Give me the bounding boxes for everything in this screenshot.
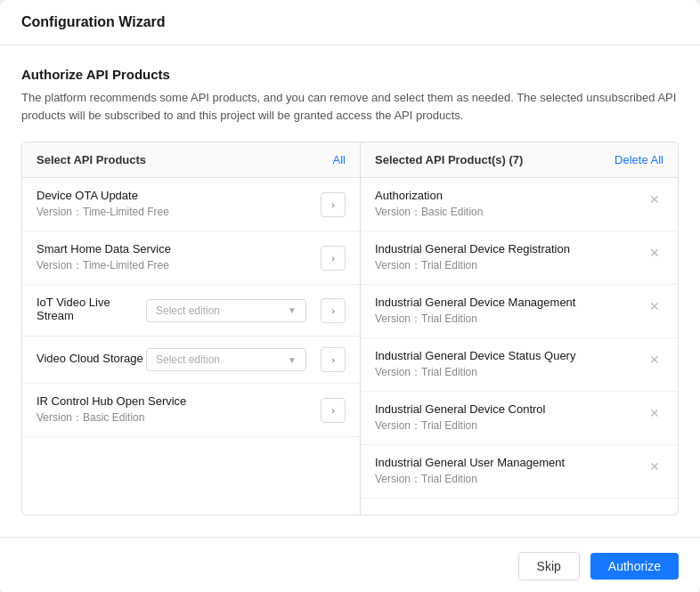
all-link[interactable]: All — [333, 153, 346, 166]
skip-button[interactable]: Skip — [518, 552, 580, 580]
add-item-button[interactable]: › — [321, 192, 346, 217]
list-item[interactable]: Device OTA Update Version：Time-Limited F… — [22, 178, 360, 231]
configuration-wizard-modal: Configuration Wizard Authorize API Produ… — [0, 0, 700, 592]
table-row: Industrial General Device Control Versio… — [361, 392, 678, 445]
section-title: Authorize API Products — [21, 67, 679, 82]
add-item-button[interactable]: › — [321, 298, 346, 323]
remove-item-button[interactable]: ✕ — [646, 351, 663, 369]
selected-item-name: Industrial General Device Registration — [375, 242, 646, 255]
selected-item-version: Version：Trial Edition — [375, 418, 646, 434]
delete-all-link[interactable]: Delete All — [615, 153, 663, 166]
selected-item-name: Industrial General User Management — [375, 456, 646, 469]
left-panel-title: Select API Products — [37, 153, 146, 166]
chevron-down-icon: ▼ — [288, 305, 297, 315]
list-item[interactable]: IR Control Hub Open Service Version：Basi… — [22, 384, 360, 437]
selected-item-name: Industrial General Device Management — [375, 296, 646, 309]
authorize-button[interactable]: Authorize — [590, 553, 679, 580]
modal-title: Configuration Wizard — [21, 14, 679, 30]
select-placeholder: Select edition — [156, 304, 220, 317]
selected-item-name: Industrial General Device Status Query — [375, 349, 646, 362]
table-row: Authorization Version：Basic Edition ✕ — [361, 178, 678, 231]
table-row: Industrial General Device Management Ver… — [361, 285, 678, 338]
add-item-button[interactable]: › — [321, 246, 346, 271]
list-item[interactable]: Smart Home Data Service Version：Time-Lim… — [22, 231, 360, 285]
remove-item-button[interactable]: ✕ — [646, 404, 663, 422]
table-row: Industrial General User Management Versi… — [361, 445, 678, 499]
remove-item-button[interactable]: ✕ — [646, 191, 663, 208]
select-placeholder: Select edition — [156, 353, 220, 366]
right-panel: Selected API Product(s) (7) Delete All A… — [361, 142, 678, 515]
left-panel-content: Device OTA Update Version：Time-Limited F… — [22, 178, 360, 515]
api-item-name: IoT Video Live Stream — [37, 296, 146, 322]
selected-item-name: Industrial General Device Control — [375, 402, 646, 416]
select-edition-dropdown[interactable]: Select edition ▼ — [146, 299, 306, 322]
api-item-name: Video Cloud Storage — [37, 352, 146, 365]
selected-item-version: Version：Basic Edition — [375, 205, 646, 220]
add-item-button[interactable]: › — [321, 398, 346, 423]
table-row: Industrial General Device Status Query V… — [361, 338, 678, 392]
modal-header: Configuration Wizard — [0, 0, 700, 45]
remove-item-button[interactable]: ✕ — [646, 297, 663, 315]
table-row: Industrial General Device Registration V… — [361, 231, 678, 285]
modal-body: Authorize API Products The platform reco… — [0, 45, 700, 537]
section-desc: The platform recommends some API product… — [21, 89, 679, 124]
api-item-name: IR Control Hub Open Service — [37, 394, 313, 408]
right-panel-header: Selected API Product(s) (7) Delete All — [361, 142, 678, 178]
right-panel-content: Authorization Version：Basic Edition ✕ In… — [361, 178, 678, 515]
right-panel-title: Selected API Product(s) (7) — [375, 153, 523, 166]
remove-item-button[interactable]: ✕ — [646, 458, 663, 475]
api-item-version: Version：Basic Edition — [37, 410, 313, 426]
remove-item-button[interactable]: ✕ — [646, 244, 663, 262]
selected-item-version: Version：Trial Edition — [375, 472, 646, 487]
selected-item-version: Version：Trial Edition — [375, 365, 646, 380]
selected-item-version: Version：Trial Edition — [375, 312, 646, 327]
add-item-button[interactable]: › — [321, 347, 346, 372]
chevron-down-icon: ▼ — [288, 355, 297, 365]
api-item-version: Version：Time-Limited Free — [37, 205, 313, 220]
left-panel-header: Select API Products All — [22, 142, 360, 178]
select-edition-dropdown[interactable]: Select edition ▼ — [146, 348, 306, 371]
list-item: IoT Video Live Stream Select edition ▼ › — [22, 285, 360, 337]
selected-item-version: Version：Trial Edition — [375, 258, 646, 273]
selected-item-name: Authorization — [375, 189, 646, 202]
left-panel: Select API Products All Device OTA Updat… — [22, 142, 361, 515]
api-item-name: Smart Home Data Service — [37, 242, 313, 255]
api-item-version: Version：Time-Limited Free — [37, 258, 313, 273]
api-item-name: Device OTA Update — [37, 189, 313, 202]
modal-footer: Skip Authorize — [0, 537, 700, 592]
list-item: Video Cloud Storage Select edition ▼ › — [22, 337, 360, 384]
panels-container: Select API Products All Device OTA Updat… — [21, 142, 679, 515]
